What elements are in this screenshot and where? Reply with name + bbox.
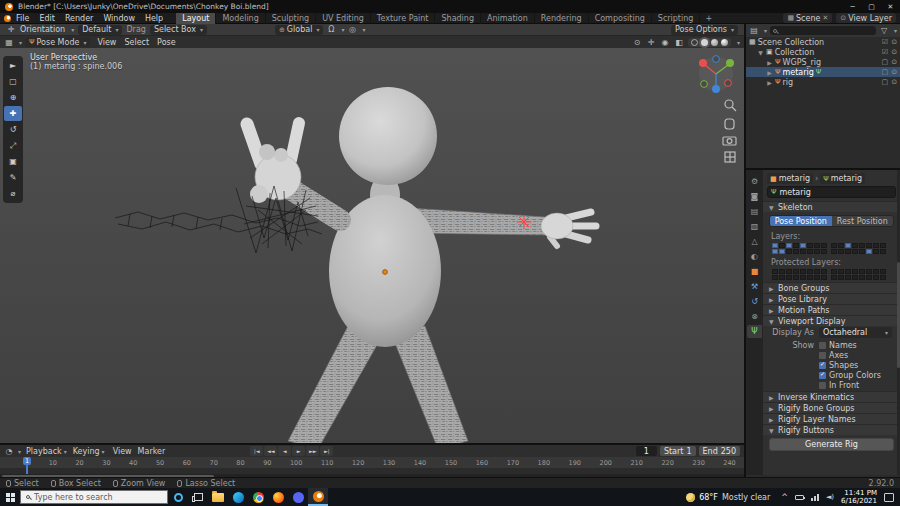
- layer-toggle[interactable]: [793, 243, 799, 248]
- menu-item[interactable]: Help: [140, 14, 168, 23]
- section-rigify-bone-groups[interactable]: ▶Rigify Bone Groups: [763, 402, 900, 413]
- layer-toggle[interactable]: [814, 243, 820, 248]
- layer-toggle[interactable]: [873, 243, 879, 248]
- frame-end-field[interactable]: End250: [699, 446, 740, 456]
- chrome-button[interactable]: [248, 488, 268, 506]
- pose-options-dropdown[interactable]: Pose Options▾: [671, 25, 738, 35]
- pan-hand-icon[interactable]: [725, 119, 734, 129]
- layer-toggle[interactable]: [807, 249, 813, 254]
- tray-expand-icon[interactable]: ^: [781, 493, 788, 502]
- firefox-button[interactable]: [268, 488, 288, 506]
- properties-tab-scene[interactable]: △: [747, 235, 762, 248]
- layer-toggle[interactable]: [779, 243, 785, 248]
- properties-tab-view-layer[interactable]: ▧: [747, 220, 762, 233]
- protected-layer-toggle[interactable]: [852, 275, 858, 280]
- axis-x-neg-ball[interactable]: [725, 80, 732, 87]
- expand-icon[interactable]: ▶: [766, 59, 773, 66]
- timeline-menu-item[interactable]: View: [110, 447, 135, 456]
- protected-layer-toggle[interactable]: [845, 275, 851, 280]
- viewport-menu-item[interactable]: Pose: [153, 38, 180, 47]
- screen-icon[interactable]: ▢: [882, 78, 889, 86]
- layer-toggle[interactable]: [880, 249, 886, 254]
- protected-layer-toggle[interactable]: [852, 269, 858, 274]
- editor-type-icon[interactable]: ◔: [4, 446, 14, 456]
- blender-taskbar-button[interactable]: [308, 488, 328, 506]
- layer-toggle[interactable]: [873, 249, 879, 254]
- proportional-editing-icon[interactable]: ◎: [347, 25, 357, 35]
- filter-icon[interactable]: ▽: [879, 26, 889, 36]
- protected-layer-toggle[interactable]: [807, 275, 813, 280]
- xray-toggle-icon[interactable]: ◧: [674, 37, 684, 47]
- mode-selector[interactable]: ΨPose Mode▾: [25, 37, 90, 47]
- overlays-toggle-icon[interactable]: ◉: [660, 37, 670, 47]
- section-viewport-display[interactable]: ▼Viewport Display: [763, 315, 900, 326]
- protected-layer-toggle[interactable]: [831, 269, 837, 274]
- properties-tab-modifiers[interactable]: ⚒: [747, 280, 762, 293]
- protected-layer-toggle[interactable]: [793, 275, 799, 280]
- layer-toggle[interactable]: [831, 249, 837, 254]
- layer-toggle[interactable]: [852, 249, 858, 254]
- protected-layer-toggle[interactable]: [814, 275, 820, 280]
- workspace-tab[interactable]: UV Editing: [316, 13, 371, 24]
- start-button[interactable]: [0, 488, 20, 506]
- outliner-row-wgps-rig[interactable]: ▶ Ψ WGPS_rig ▢⊙: [746, 57, 900, 67]
- play-reverse-button[interactable]: ◄: [278, 446, 291, 456]
- timeline-menu-item[interactable]: Playback▾: [23, 447, 70, 456]
- protected-layer-toggle[interactable]: [793, 269, 799, 274]
- cortana-button[interactable]: [168, 488, 188, 506]
- outliner-row-collection[interactable]: ▼ ▣ Collection ☑⊙: [746, 47, 900, 57]
- workspace-tab[interactable]: Sculpting: [266, 13, 316, 24]
- maximize-button[interactable]: ▢: [862, 0, 881, 13]
- protected-layer-toggle[interactable]: [859, 269, 865, 274]
- outliner-panel[interactable]: ▤▾ ▽ ▾ ▦ Scene Collection ☑⊙ ▼ ▣ Collect…: [746, 24, 900, 170]
- prev-keyframe-button[interactable]: ◄◄: [264, 446, 277, 456]
- scene-selector[interactable]: ▦Scene✕: [783, 13, 832, 23]
- section-motion-paths[interactable]: ▶Motion Paths: [763, 304, 900, 315]
- layer-toggle[interactable]: [821, 243, 827, 248]
- layer-toggle[interactable]: [831, 243, 837, 248]
- layer-toggle[interactable]: [786, 249, 792, 254]
- layer-toggle[interactable]: [880, 243, 886, 248]
- window-titlebar[interactable]: Blender* [C:\Users\Junky\OneDrive\Docume…: [0, 0, 900, 13]
- properties-tab-render[interactable]: ◙: [747, 190, 762, 203]
- material-preview-icon[interactable]: [711, 39, 718, 46]
- add-workspace-button[interactable]: +: [700, 14, 717, 23]
- edge-button[interactable]: [228, 488, 248, 506]
- expand-icon[interactable]: ▼: [757, 49, 764, 56]
- protected-layer-toggle[interactable]: [838, 275, 844, 280]
- layer-toggle[interactable]: [866, 249, 872, 254]
- workspace-tab[interactable]: Scripting: [652, 13, 701, 24]
- tool-annotate-button[interactable]: ✎: [4, 170, 22, 185]
- outliner-search[interactable]: [770, 26, 876, 35]
- outliner-row-rig[interactable]: ▶ Ψ rig ▢⊙: [746, 77, 900, 87]
- pose-position-button[interactable]: Pose Position: [770, 216, 832, 226]
- unlink-icon[interactable]: ✕: [822, 14, 828, 22]
- eye-icon[interactable]: ⊙: [891, 38, 897, 46]
- screen-icon[interactable]: ▢: [882, 58, 889, 66]
- current-frame-field[interactable]: 1: [636, 446, 657, 456]
- playhead[interactable]: 1: [26, 457, 28, 474]
- layer-toggle[interactable]: [772, 243, 778, 248]
- layer-toggle[interactable]: [800, 243, 806, 248]
- layer-toggle[interactable]: [859, 243, 865, 248]
- menu-item[interactable]: File: [11, 14, 34, 23]
- layer-toggle[interactable]: [838, 243, 844, 248]
- character-model[interactable]: [115, 87, 596, 443]
- armature-layers-grid[interactable]: [771, 242, 889, 254]
- view-layer-selector[interactable]: ⊙View Layer: [836, 13, 896, 23]
- section-rigify-layer-names[interactable]: ▶Rigify Layer Names: [763, 413, 900, 424]
- layer-toggle[interactable]: [786, 243, 792, 248]
- jump-to-start-button[interactable]: |◄: [250, 446, 263, 456]
- checkbox[interactable]: [819, 372, 826, 379]
- notification-icon[interactable]: [884, 493, 894, 502]
- properties-tab-constraints[interactable]: ⊗: [747, 310, 762, 323]
- properties-tab-output[interactable]: ▤: [747, 205, 762, 218]
- editor-type-icon[interactable]: ▤: [749, 26, 759, 36]
- protected-layer-toggle[interactable]: [866, 275, 872, 280]
- layer-toggle[interactable]: [793, 249, 799, 254]
- checkbox[interactable]: [819, 382, 826, 389]
- close-button[interactable]: ✕: [881, 0, 900, 13]
- protected-layers-grid[interactable]: [771, 268, 889, 280]
- protected-layer-toggle[interactable]: [880, 269, 886, 274]
- layer-toggle[interactable]: [852, 243, 858, 248]
